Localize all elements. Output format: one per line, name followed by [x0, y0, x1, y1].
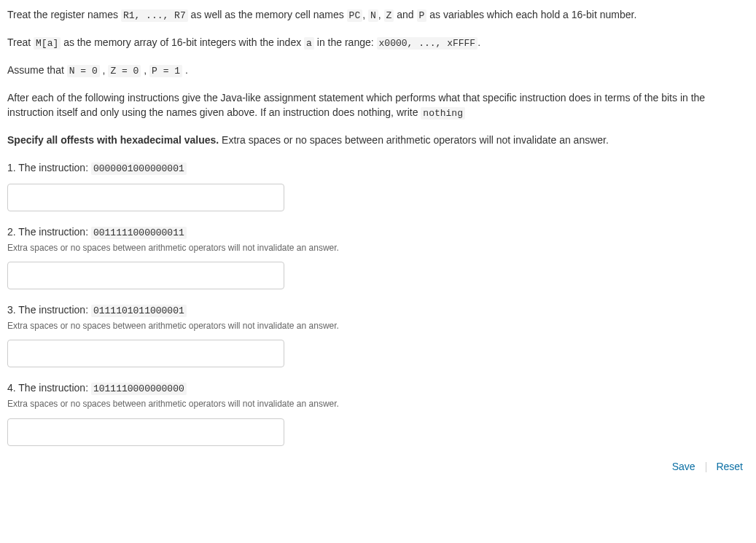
instruction-code: 0111101011000001: [91, 305, 187, 317]
inline-code: a: [304, 37, 314, 50]
inline-code: Z: [384, 9, 394, 22]
intro-paragraph-4: After each of the following instructions…: [7, 90, 749, 121]
answer-input-3[interactable]: [7, 340, 284, 367]
action-divider: [706, 462, 706, 472]
inline-code: PC: [347, 9, 363, 22]
instruction-code: 0011111000000011: [91, 227, 187, 239]
inline-code: Z = 0: [108, 65, 141, 77]
question-label: 4. The instruction: 1011110000000000: [7, 380, 749, 396]
inline-code: R1, ..., R7: [121, 9, 188, 22]
question-label: 2. The instruction: 0011111000000011: [7, 224, 749, 241]
question-1: 1. The instruction: 0000001000000001: [7, 160, 749, 211]
question-3: 3. The instruction: 0111101011000001Extr…: [7, 302, 749, 367]
question-label: 3. The instruction: 0111101011000001: [7, 302, 749, 319]
inline-code: P = 1: [149, 65, 182, 77]
inline-code: N = 0: [67, 65, 100, 77]
instruction-code: 0000001000000001: [91, 163, 187, 175]
actions-bar: Save Reset: [7, 459, 749, 474]
question-2: 2. The instruction: 0011111000000011Extr…: [7, 224, 749, 289]
inline-code: x0000, ..., xFFFF: [377, 37, 478, 50]
save-button[interactable]: Save: [672, 461, 695, 472]
intro-paragraph-5: Specify all offests with hexadecimal val…: [7, 133, 749, 147]
answer-input-4[interactable]: [7, 418, 284, 446]
bold-instruction: Specify all offests with hexadecimal val…: [7, 134, 219, 146]
answer-input-1[interactable]: [7, 184, 284, 211]
reset-button[interactable]: Reset: [716, 461, 743, 472]
inline-code: M[a]: [34, 37, 61, 50]
question-label: 1. The instruction: 0000001000000001: [7, 160, 749, 176]
intro-paragraph-1: Treat the register names R1, ..., R7 as …: [7, 7, 749, 23]
inline-code: P: [417, 9, 427, 22]
intro-paragraph-2: Treat M[a] as the memory array of 16-bit…: [7, 35, 749, 51]
answer-input-2[interactable]: [7, 262, 284, 289]
inline-code: N: [368, 9, 378, 22]
question-hint: Extra spaces or no spaces between arithm…: [7, 242, 749, 254]
question-hint: Extra spaces or no spaces between arithm…: [7, 320, 749, 332]
intro-paragraph-3: Assume that N = 0 , Z = 0 , P = 1 .: [7, 63, 749, 79]
instruction-code: 1011110000000000: [91, 383, 187, 395]
question-hint: Extra spaces or no spaces between arithm…: [7, 398, 749, 410]
question-4: 4. The instruction: 1011110000000000Extr…: [7, 380, 749, 445]
inline-code: nothing: [421, 107, 465, 120]
